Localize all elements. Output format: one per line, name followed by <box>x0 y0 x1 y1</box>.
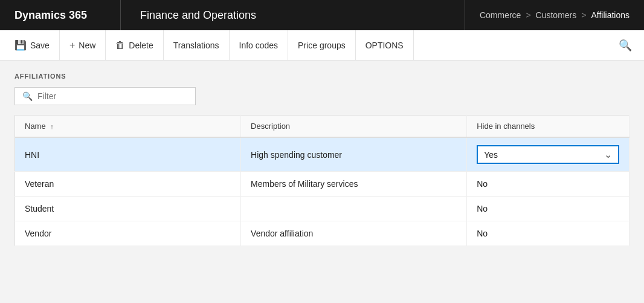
action-toolbar: 💾 Save + New 🗑 Delete Translations Info … <box>0 30 644 60</box>
new-icon: + <box>69 40 75 51</box>
table-row[interactable]: HNIHigh spending customerYes⌄ <box>15 137 630 172</box>
top-navigation: Dynamics 365 Finance and Operations Comm… <box>0 0 644 30</box>
cell-name: Student <box>15 197 241 221</box>
save-button[interactable]: 💾 Save <box>5 30 60 60</box>
table-row[interactable]: StudentNo <box>15 197 630 221</box>
cell-name: HNI <box>15 137 241 172</box>
cell-name: Veteran <box>15 172 241 197</box>
breadcrumb-current: Affiliations <box>591 10 630 20</box>
cell-hide-in-channels: No <box>467 221 630 246</box>
search-button[interactable]: 🔍 <box>611 30 639 60</box>
save-icon: 💾 <box>14 39 27 51</box>
delete-icon: 🗑 <box>115 40 125 51</box>
col-header-hide-in-channels[interactable]: Hide in channels <box>467 116 630 138</box>
affiliations-table: Name ↑ Description Hide in channels HNIH… <box>14 115 630 246</box>
module-text: Finance and Operations <box>140 9 256 22</box>
cell-description: Vendor affiliation <box>241 221 467 246</box>
new-button[interactable]: + New <box>60 30 106 60</box>
module-title: Finance and Operations <box>121 0 465 30</box>
filter-box: 🔍 <box>14 87 196 105</box>
table-header-row: Name ↑ Description Hide in channels <box>15 116 630 138</box>
dropdown-value: Yes <box>484 150 498 160</box>
col-name-label: Name <box>25 122 46 131</box>
hide-in-channels-dropdown[interactable]: Yes⌄ <box>477 145 619 164</box>
col-header-name[interactable]: Name ↑ <box>15 116 241 138</box>
new-label: New <box>79 41 95 50</box>
options-label: OPTIONS <box>365 41 404 50</box>
cell-hide-in-channels: Yes⌄ <box>467 137 630 172</box>
options-button[interactable]: OPTIONS <box>356 30 414 60</box>
breadcrumb-sep1: > <box>526 10 530 20</box>
save-label: Save <box>30 41 50 50</box>
filter-input[interactable] <box>37 91 188 101</box>
cell-name: Vendor <box>15 221 241 246</box>
info-codes-button[interactable]: Info codes <box>230 30 289 60</box>
delete-button[interactable]: 🗑 Delete <box>106 30 163 60</box>
cell-hide-in-channels: No <box>467 172 630 197</box>
chevron-down-icon: ⌄ <box>604 149 612 160</box>
table-row[interactable]: VendorVendor affiliationNo <box>15 221 630 246</box>
price-groups-button[interactable]: Price groups <box>288 30 356 60</box>
main-content: AFFILIATIONS 🔍 Name ↑ Description Hide i… <box>0 60 644 258</box>
cell-description: High spending customer <box>241 137 467 172</box>
cell-hide-in-channels: No <box>467 197 630 221</box>
translations-label: Translations <box>173 41 219 50</box>
col-header-description[interactable]: Description <box>241 116 467 138</box>
cell-description <box>241 197 467 221</box>
search-icon: 🔍 <box>619 39 632 52</box>
cell-description: Members of Military services <box>241 172 467 197</box>
brand-logo: Dynamics 365 <box>0 0 121 30</box>
breadcrumb-sep2: > <box>581 10 586 20</box>
sort-icon-name: ↑ <box>50 123 54 130</box>
breadcrumb-part1[interactable]: Commerce <box>480 10 521 20</box>
breadcrumb-part2[interactable]: Customers <box>536 10 577 20</box>
brand-text: Dynamics 365 <box>14 9 87 22</box>
table-row[interactable]: VeteranMembers of Military servicesNo <box>15 172 630 197</box>
translations-button[interactable]: Translations <box>164 30 230 60</box>
price-groups-label: Price groups <box>298 41 346 50</box>
col-description-label: Description <box>251 122 290 131</box>
section-title: AFFILIATIONS <box>14 73 630 80</box>
info-codes-label: Info codes <box>239 41 279 50</box>
delete-label: Delete <box>129 41 153 50</box>
col-hide-label: Hide in channels <box>477 122 535 131</box>
filter-search-icon: 🔍 <box>22 91 33 101</box>
breadcrumb: Commerce > Customers > Affiliations <box>465 0 644 30</box>
